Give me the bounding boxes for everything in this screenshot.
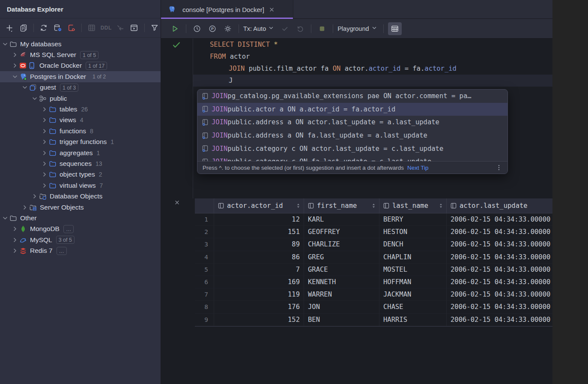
sort-icon[interactable] <box>295 203 301 209</box>
column-header-actor-actor-id[interactable]: actor.actor_id <box>214 198 304 213</box>
cell-last-update[interactable]: 2006-02-15 04:34:33.00000 <box>447 213 553 226</box>
cell-first-name[interactable]: KARL <box>304 213 379 226</box>
tree-item-sequences[interactable]: sequences13 <box>0 158 161 169</box>
cell-last-name[interactable]: MOSTEL <box>379 264 447 276</box>
filter-icon[interactable] <box>149 21 161 34</box>
completion-item[interactable]: JOIN public.address a ON actor.last_upda… <box>197 116 507 129</box>
completion-item[interactable]: JOIN public.category c ON fa.last_update… <box>197 155 507 161</box>
cell-last-name[interactable]: HARRIS <box>379 314 447 326</box>
chevron-right-icon[interactable] <box>21 204 29 211</box>
cell-last-name[interactable]: HOFFMAN <box>379 276 447 288</box>
disconnect-icon[interactable] <box>66 21 78 34</box>
cell-first-name[interactable]: KENNETH <box>304 276 379 288</box>
column-header-actor-last-update[interactable]: actor.last_update <box>447 198 553 213</box>
cell-first-name[interactable]: GEOFFREY <box>304 226 379 238</box>
cell-first-name[interactable]: BEN <box>304 314 379 326</box>
tree-item-my-databases[interactable]: My databases <box>0 39 161 49</box>
tree-item-redis-7[interactable]: Redis 7… <box>0 245 161 256</box>
cell-actor-id[interactable]: 7 <box>214 264 304 276</box>
tx-auto-dropdown[interactable]: Tx: Auto <box>243 25 274 32</box>
column-header-last-name[interactable]: last_name <box>379 198 447 213</box>
cell-last-name[interactable]: DENCH <box>379 238 447 251</box>
chevron-right-icon[interactable] <box>11 62 19 69</box>
tree-item-postgres-in-docker[interactable]: Postgres in Docker1 of 2 <box>0 71 161 82</box>
chevron-right-icon[interactable] <box>40 160 49 167</box>
tree-item-server-objects[interactable]: Server Objects <box>0 202 161 213</box>
data-source-settings-icon[interactable] <box>51 21 63 34</box>
chevron-right-icon[interactable] <box>40 171 49 178</box>
tree-item-ms-sql-server[interactable]: MS SQL Server1 of 5 <box>0 49 161 60</box>
cell-first-name[interactable]: GRACE <box>304 264 379 276</box>
tree-item-object-types[interactable]: object types2 <box>0 169 161 180</box>
code-line[interactable]: SELECT DISTINCT * <box>193 39 552 51</box>
cell-last-update[interactable]: 2006-02-15 04:34:33.00000 <box>447 251 553 264</box>
cell-last-name[interactable]: CHAPLIN <box>379 251 447 264</box>
cell-last-update[interactable]: 2006-02-15 04:34:33.00000 <box>447 301 553 313</box>
sort-icon[interactable] <box>438 203 444 209</box>
tree-item-other[interactable]: Other <box>0 213 161 223</box>
tree-item-database-objects[interactable]: Database Objects <box>0 191 161 201</box>
chevron-down-icon[interactable] <box>30 95 39 102</box>
tree-item-guest[interactable]: guest1 of 3 <box>0 82 161 93</box>
completion-item[interactable]: JOIN public.address a ON fa.last_update … <box>197 129 507 142</box>
chevron-down-icon[interactable] <box>21 84 29 91</box>
chevron-right-icon[interactable] <box>40 150 49 156</box>
chevron-right-icon[interactable] <box>11 51 19 58</box>
cell-first-name[interactable]: WARREN <box>304 288 379 301</box>
code-line[interactable]: JOIN public.film_actor fa ON actor.actor… <box>193 63 552 75</box>
cell-actor-id[interactable]: 119 <box>214 288 304 301</box>
chevron-right-icon[interactable] <box>30 193 39 200</box>
tab-console[interactable]: console [Postgres in Docker] <box>161 0 293 19</box>
cell-last-name[interactable]: HESTON <box>379 226 447 238</box>
sql-editor[interactable]: SELECT DISTINCT *FROM actorJOIN public.f… <box>161 39 552 384</box>
completion-item[interactable]: JOIN pg_catalog.pg_available_extensions … <box>197 90 507 103</box>
cell-last-name[interactable]: JACKMAN <box>379 288 447 301</box>
sort-icon[interactable] <box>371 203 376 209</box>
console-icon[interactable] <box>128 21 140 34</box>
tree-item-mysql[interactable]: MySQL3 of 5 <box>0 234 161 245</box>
clock-icon[interactable] <box>191 22 203 35</box>
tree-item-aggregates[interactable]: aggregates1 <box>0 147 161 158</box>
cell-last-update[interactable]: 2006-02-15 04:34:33.00000 <box>447 238 553 251</box>
cell-actor-id[interactable]: 152 <box>214 314 304 326</box>
tree-item-public[interactable]: public <box>0 93 161 104</box>
chevron-down-icon[interactable] <box>11 73 19 80</box>
cell-first-name[interactable]: CHARLIZE <box>304 238 379 251</box>
profile-icon[interactable]: P <box>206 22 219 35</box>
tree-item-views[interactable]: views4 <box>0 115 161 126</box>
cell-actor-id[interactable]: 89 <box>214 238 304 251</box>
stop-icon[interactable] <box>316 22 328 35</box>
cell-last-name[interactable]: BERRY <box>379 213 447 226</box>
cell-last-update[interactable]: 2006-02-15 04:34:33.00000 <box>447 276 553 288</box>
tree-item-tables[interactable]: tables26 <box>0 104 161 114</box>
chevron-right-icon[interactable] <box>11 225 19 232</box>
cell-actor-id[interactable]: 86 <box>214 251 304 264</box>
close-results-icon[interactable] <box>173 198 181 207</box>
chevron-right-icon[interactable] <box>11 247 19 254</box>
tree-item-virtual-views[interactable]: virtual views7 <box>0 180 161 191</box>
cell-actor-id[interactable]: 176 <box>214 301 304 313</box>
refresh-icon[interactable] <box>38 21 50 34</box>
copy-icon[interactable] <box>17 21 29 34</box>
chevron-right-icon[interactable] <box>40 117 49 123</box>
tree-item-oracle-docker[interactable]: Oracle Docker1 of 17 <box>0 60 161 71</box>
next-tip-link[interactable]: Next Tip <box>407 165 429 171</box>
code-line[interactable]: FROM actor <box>193 51 552 63</box>
completion-item[interactable]: JOIN public.category c ON actor.last_upd… <box>197 142 507 155</box>
tree-item-trigger-functions[interactable]: trigger functions1 <box>0 137 161 147</box>
code-line[interactable]: J <box>193 75 552 87</box>
column-header-first-name[interactable]: first_name <box>304 198 379 213</box>
chevron-right-icon[interactable] <box>11 237 19 243</box>
run-icon[interactable] <box>169 22 182 35</box>
cell-last-update[interactable]: 2006-02-15 04:34:33.00000 <box>447 288 553 301</box>
completion-item[interactable]: JOIN public.actor a ON a.actor_id = fa.a… <box>197 103 507 116</box>
cell-last-name[interactable]: CHASE <box>379 301 447 313</box>
tree-item-functions[interactable]: functions8 <box>0 126 161 136</box>
cell-last-update[interactable]: 2006-02-15 04:34:33.00000 <box>447 314 553 326</box>
playground-dropdown[interactable]: Playground <box>337 25 377 32</box>
tree-item-mongodb[interactable]: MongoDB… <box>0 224 161 234</box>
chevron-right-icon[interactable] <box>40 182 49 189</box>
chevron-down-icon[interactable] <box>1 41 9 48</box>
chevron-right-icon[interactable] <box>40 128 49 135</box>
chevron-right-icon[interactable] <box>40 138 49 145</box>
